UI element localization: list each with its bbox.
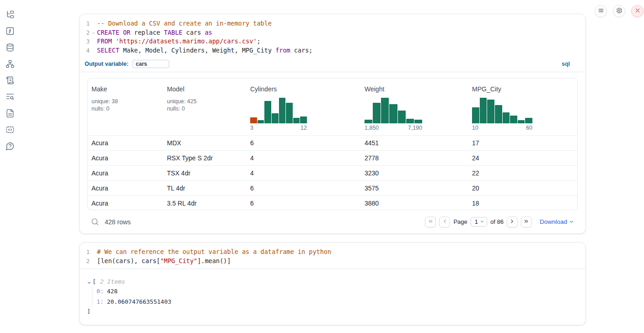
histogram-bar[interactable]: [279, 98, 286, 123]
column-header-make: Makeunique: 38nulls: 0: [88, 79, 163, 135]
sidebar-item-network[interactable]: [5, 59, 15, 69]
table-header: Makeunique: 38nulls: 0Modelunique: 425nu…: [88, 79, 577, 135]
settings-button[interactable]: [613, 5, 625, 17]
table-row[interactable]: AcuraRSX Type S 2dr4277824: [88, 150, 577, 165]
previous-page-button[interactable]: [439, 217, 450, 227]
column-histogram: 1,8507,190: [365, 97, 422, 131]
histogram-bar[interactable]: [398, 111, 406, 123]
sidebar-item-scroll[interactable]: [5, 76, 15, 85]
table-row[interactable]: AcuraMDX6445117: [88, 135, 577, 150]
chevron-down-icon: [569, 218, 574, 226]
code-line[interactable]: 2CREATE OR replace TABLE cars as: [80, 28, 585, 37]
histogram-bar[interactable]: [414, 120, 422, 123]
histogram-bar[interactable]: [487, 100, 494, 123]
sidebar-item-file-text[interactable]: [5, 109, 15, 118]
histogram-bars: [472, 97, 532, 123]
scroll-icon: [5, 76, 15, 85]
column-name[interactable]: Cylinders: [250, 85, 357, 94]
code-line[interactable]: 1-- Download a CSV and create an in-memo…: [80, 19, 585, 28]
histogram-bar[interactable]: [406, 119, 414, 123]
column-name[interactable]: Weight: [365, 85, 465, 94]
histogram-bar[interactable]: [258, 120, 264, 123]
sidebar-item-help[interactable]: [5, 142, 15, 151]
download-button[interactable]: Download: [540, 218, 574, 226]
python-code-editor[interactable]: 1# We can reference the output variable …: [80, 243, 585, 269]
histogram-bars: [365, 97, 422, 123]
language-badge[interactable]: sql: [562, 61, 570, 67]
table-cell: 6: [247, 185, 361, 192]
chevrons-right-icon: [523, 218, 529, 226]
histogram-bar[interactable]: [293, 118, 300, 123]
table-cell: 22: [468, 169, 577, 177]
text-search-icon: [5, 92, 15, 101]
histogram-range-labels: 1060: [472, 125, 532, 131]
table-row[interactable]: AcuraTSX 4dr4323022: [88, 165, 577, 180]
histogram-max-label: 12: [301, 125, 307, 131]
tree-root[interactable]: [ 2 Items: [87, 278, 585, 285]
data-table: Makeunique: 38nulls: 0Modelunique: 425nu…: [87, 78, 578, 210]
page-select[interactable]: 1: [471, 217, 487, 227]
column-name[interactable]: MPG_City: [472, 85, 574, 94]
table-cell: 3.5 RL 4dr: [163, 200, 247, 207]
output-variable-input[interactable]: [133, 60, 169, 68]
output-variable-label: Output variable:: [85, 61, 129, 67]
code-line[interactable]: 2[len(cars), cars["MPG_City"].mean()]: [80, 257, 585, 266]
histogram-bar[interactable]: [480, 98, 487, 123]
histogram-bar[interactable]: [373, 103, 381, 123]
line-number: 1: [80, 248, 90, 257]
table-cell: Acura: [88, 154, 163, 162]
sidebar-item-code-snippets[interactable]: [5, 125, 15, 134]
histogram-bar[interactable]: [250, 117, 257, 123]
histogram-bar[interactable]: [525, 118, 532, 123]
list-output-tree: [ 2 Items 0:4281:20.060747663551403 ]: [80, 269, 585, 316]
function-square-icon: [5, 26, 15, 36]
search-icon[interactable]: [91, 218, 99, 226]
histogram-bar[interactable]: [495, 105, 502, 123]
table-footer: 428 rows Page 1 of 86: [91, 215, 574, 229]
histogram-bar[interactable]: [389, 104, 397, 123]
histogram-bar[interactable]: [365, 120, 372, 123]
column-header-weight: Weight1,8507,190: [361, 79, 468, 135]
table-row[interactable]: AcuraTL 4dr6357520: [88, 180, 577, 196]
code-line[interactable]: 4SELECT Make, Model, Cylinders, Weight, …: [80, 46, 585, 55]
code-line[interactable]: 3FROM 'https://datasets.marimo.app/cars.…: [80, 37, 585, 46]
sidebar-item-text-search[interactable]: [5, 92, 15, 101]
histogram-max-label: 60: [526, 125, 532, 131]
histogram-bar[interactable]: [472, 107, 479, 123]
histogram-bar[interactable]: [264, 101, 271, 123]
histogram-bar[interactable]: [518, 120, 525, 123]
column-name[interactable]: Make: [91, 85, 160, 94]
menu-button[interactable]: [595, 5, 607, 17]
histogram-bar[interactable]: [272, 113, 279, 123]
output-variable-row: Output variable: sql: [80, 58, 585, 69]
sidebar-item-function-square[interactable]: [5, 26, 15, 36]
table-cell: 18: [468, 200, 577, 207]
code-text: [len(cars), cars["MPG_City"].mean()]: [97, 257, 231, 266]
next-page-button[interactable]: [507, 217, 518, 227]
sidebar-item-database[interactable]: [5, 43, 15, 52]
tree-entry[interactable]: 0:428: [97, 286, 585, 297]
row-count: 428 rows: [105, 218, 131, 226]
sql-code-editor[interactable]: 1-- Download a CSV and create an in-memo…: [80, 14, 585, 58]
fold-chevron-icon[interactable]: [90, 28, 97, 35]
code-line[interactable]: 1# We can reference the output variable …: [80, 248, 585, 257]
null-count: nulls: 0: [91, 105, 160, 112]
histogram-bar[interactable]: [510, 116, 517, 123]
column-stats: unique: 425nulls: 0: [167, 98, 243, 112]
code-text: FROM 'https://datasets.marimo.app/cars.c…: [97, 37, 261, 46]
column-name[interactable]: Model: [167, 85, 243, 94]
histogram-bar[interactable]: [503, 112, 510, 123]
column-histogram: 312: [250, 97, 307, 131]
histogram-bar[interactable]: [381, 98, 389, 123]
first-page-button[interactable]: [425, 217, 436, 227]
table-cell: 6: [247, 200, 361, 207]
last-page-button[interactable]: [521, 217, 532, 227]
tree-entry-value: 20.060747663551403: [107, 298, 172, 305]
table-row[interactable]: Acura3.5 RL 4dr6388018: [88, 196, 577, 210]
sidebar-item-file-tree[interactable]: [5, 10, 15, 19]
table-cell: 3575: [361, 185, 468, 192]
tree-entry[interactable]: 1:20.060747663551403: [97, 297, 585, 307]
histogram-bar[interactable]: [286, 103, 293, 123]
close-button[interactable]: [631, 5, 644, 17]
histogram-bar[interactable]: [300, 116, 307, 123]
